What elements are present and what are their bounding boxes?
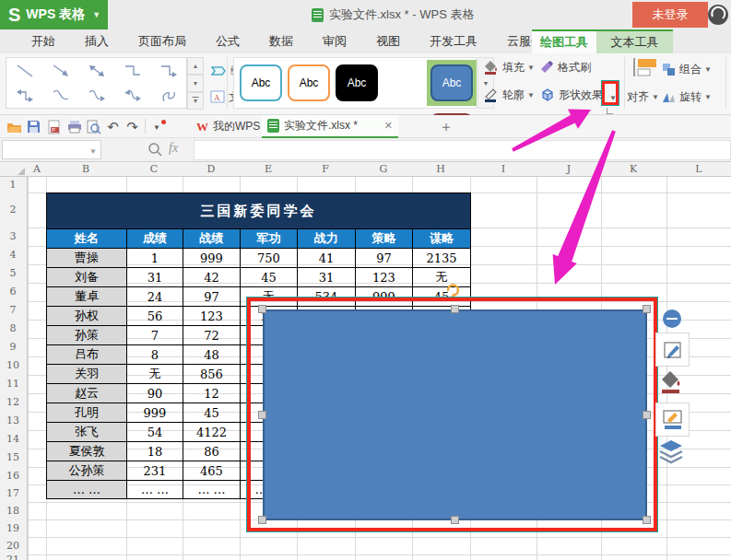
cell[interactable]: 31 <box>127 268 183 287</box>
cell[interactable]: 41 <box>298 249 356 268</box>
row-7[interactable]: 7 <box>0 301 26 320</box>
name-cell[interactable]: 夏侯敦 <box>47 442 127 461</box>
cell[interactable]: 4122 <box>183 423 241 442</box>
cell[interactable]: 123 <box>356 268 413 287</box>
row-21[interactable]: 21 <box>0 554 26 560</box>
name-cell[interactable]: 关羽 <box>47 365 127 384</box>
col-D[interactable]: D <box>193 162 230 176</box>
tab-review[interactable]: 审阅 <box>308 29 361 53</box>
cell[interactable]: … … <box>127 481 183 499</box>
cell[interactable]: 18 <box>127 442 183 461</box>
elbow-double-arrow-icon[interactable] <box>6 83 42 108</box>
style-abc-orange[interactable]: Abc <box>288 64 330 101</box>
header-cell[interactable]: 战绩 <box>183 229 241 249</box>
row-3[interactable]: 3 <box>0 228 26 246</box>
collapse-panel-button[interactable] <box>663 309 681 328</box>
col-G[interactable]: G <box>365 162 402 176</box>
name-cell[interactable]: 赵云 <box>47 384 127 403</box>
print-preview-icon[interactable] <box>85 118 102 135</box>
row-4[interactable]: 4 <box>0 246 26 264</box>
curved-double-arrow-icon[interactable] <box>114 83 150 108</box>
col-L[interactable]: L <box>680 162 717 176</box>
cell[interactable]: 无 <box>413 268 471 287</box>
cell[interactable]: 无 <box>127 365 183 384</box>
align-button[interactable]: 对齐 ▼ <box>627 87 659 107</box>
col-H[interactable]: H <box>422 162 459 176</box>
cell[interactable]: 856 <box>183 365 241 384</box>
cell[interactable]: 31 <box>298 268 356 287</box>
resize-handle-bottom-right[interactable] <box>643 516 651 524</box>
format-painter-button[interactable]: 格式刷 <box>539 57 591 77</box>
row-1[interactable]: 1 <box>0 177 26 192</box>
inserted-rectangle-shape[interactable] <box>263 309 647 520</box>
row-16[interactable]: 16 <box>0 467 26 484</box>
cell[interactable]: 7 <box>127 326 183 345</box>
cell[interactable]: 无 <box>241 287 298 307</box>
shape-effects-button[interactable]: 形状效果 <box>539 85 603 105</box>
resize-handle-top-right[interactable] <box>643 305 651 313</box>
row-9[interactable]: 9 <box>0 338 26 356</box>
tab-text-tools[interactable]: 文本工具 <box>596 31 673 53</box>
name-cell[interactable]: 曹操 <box>47 249 127 268</box>
row-11[interactable]: 11 <box>0 375 26 393</box>
header-cell[interactable]: 谋略 <box>413 229 471 249</box>
name-cell[interactable]: 孙策 <box>47 326 127 345</box>
col-I[interactable]: I <box>485 162 522 176</box>
tab-data[interactable]: 数据 <box>254 29 308 53</box>
col-E[interactable]: E <box>250 162 287 176</box>
row-13[interactable]: 13 <box>0 412 26 430</box>
print-icon[interactable] <box>65 118 83 135</box>
style-abc-teal[interactable]: Abc <box>240 64 282 101</box>
elbow-arrow-connector-icon[interactable] <box>150 58 186 83</box>
magnifier-icon[interactable] <box>147 142 163 158</box>
cell[interactable]: 45 <box>241 268 298 287</box>
cell[interactable]: 48 <box>183 345 241 365</box>
cell[interactable]: 534 <box>298 287 356 307</box>
row-15[interactable]: 15 <box>0 449 26 467</box>
cell[interactable]: 45 <box>413 287 471 307</box>
header-cell[interactable]: 姓名 <box>47 229 127 249</box>
cell[interactable]: 42 <box>183 268 241 287</box>
line-shape-icon[interactable] <box>6 58 42 83</box>
redo-icon[interactable]: ↷ <box>124 118 141 135</box>
fx-insert-function[interactable]: fx <box>169 141 178 156</box>
name-cell[interactable]: 孙权 <box>47 307 127 326</box>
skin-theme-button[interactable] <box>708 5 728 25</box>
elbow-connector-icon[interactable] <box>114 58 150 83</box>
formula-input[interactable] <box>194 140 731 160</box>
row-14[interactable]: 14 <box>0 430 26 449</box>
col-K[interactable]: K <box>615 162 652 176</box>
row-20[interactable]: 20 <box>0 537 26 554</box>
name-cell[interactable]: 张飞 <box>47 423 127 442</box>
document-tab-active[interactable]: 实验文件.xlsx * ✕ <box>262 115 398 138</box>
tab-insert[interactable]: 插入 <box>70 29 124 53</box>
login-button[interactable]: 未登录 <box>632 2 708 28</box>
resize-handle-bottom-left[interactable] <box>258 516 266 524</box>
shape-style-quick-button[interactable] <box>655 332 690 367</box>
style-abc-black[interactable]: Abc <box>336 64 378 101</box>
cell[interactable]: 24 <box>127 287 183 307</box>
export-pdf-icon[interactable]: P <box>45 118 63 135</box>
cell[interactable]: 8 <box>127 345 183 365</box>
new-tab-icon[interactable]: ＋ <box>439 118 454 137</box>
row-10[interactable]: 10 <box>0 356 26 375</box>
close-icon[interactable]: ✕ <box>384 120 393 132</box>
tab-formulas[interactable]: 公式 <box>201 29 254 53</box>
rotate-handle-icon[interactable] <box>444 282 461 298</box>
col-C[interactable]: C <box>136 162 172 176</box>
undo-icon[interactable]: ↶ <box>104 118 122 135</box>
curved-arrow-connector-icon[interactable] <box>78 83 114 108</box>
row-6[interactable]: 6 <box>0 283 26 301</box>
name-cell[interactable]: 董卓 <box>47 287 127 307</box>
header-cell[interactable]: 军功 <box>241 229 298 249</box>
col-J[interactable]: J <box>550 162 587 176</box>
fill-button[interactable]: 填充 ▼ <box>483 57 535 77</box>
col-B[interactable]: B <box>67 162 104 176</box>
header-cell[interactable]: 战力 <box>298 229 356 249</box>
cell[interactable]: 1 <box>127 249 183 268</box>
cell[interactable]: 750 <box>241 249 298 268</box>
cell[interactable]: 465 <box>183 461 241 481</box>
row-5[interactable]: 5 <box>0 264 26 283</box>
col-F[interactable]: F <box>307 162 344 176</box>
outline-button[interactable]: 轮廓 ▼ <box>483 85 535 105</box>
